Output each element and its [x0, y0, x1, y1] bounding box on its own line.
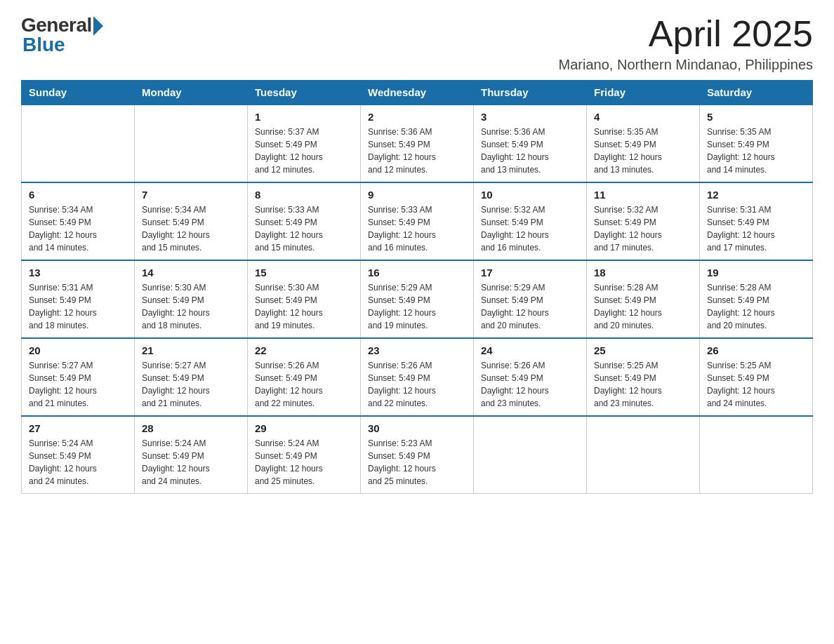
calendar-cell: 22Sunrise: 5:26 AM Sunset: 5:49 PM Dayli…: [248, 338, 361, 416]
day-info: Sunrise: 5:32 AM Sunset: 5:49 PM Dayligh…: [594, 203, 692, 254]
day-info: Sunrise: 5:30 AM Sunset: 5:49 PM Dayligh…: [255, 281, 353, 332]
col-header-friday: Friday: [587, 81, 700, 105]
day-info: Sunrise: 5:23 AM Sunset: 5:49 PM Dayligh…: [368, 437, 466, 488]
calendar-cell: 13Sunrise: 5:31 AM Sunset: 5:49 PM Dayli…: [22, 260, 135, 338]
calendar-cell: 10Sunrise: 5:32 AM Sunset: 5:49 PM Dayli…: [474, 182, 587, 260]
calendar-cell: 6Sunrise: 5:34 AM Sunset: 5:49 PM Daylig…: [22, 182, 135, 260]
day-number: 13: [29, 267, 127, 279]
day-number: 2: [368, 111, 466, 123]
calendar-cell: [587, 416, 700, 494]
calendar-cell: 21Sunrise: 5:27 AM Sunset: 5:49 PM Dayli…: [135, 338, 248, 416]
logo: General Blue: [21, 14, 103, 56]
day-number: 3: [481, 111, 579, 123]
day-number: 10: [481, 189, 579, 201]
logo-blue-text: Blue: [22, 34, 65, 56]
day-info: Sunrise: 5:26 AM Sunset: 5:49 PM Dayligh…: [368, 359, 466, 410]
calendar-cell: [700, 416, 813, 494]
calendar-cell: 29Sunrise: 5:24 AM Sunset: 5:49 PM Dayli…: [248, 416, 361, 494]
calendar-cell: 4Sunrise: 5:35 AM Sunset: 5:49 PM Daylig…: [587, 105, 700, 182]
day-number: 23: [368, 344, 466, 356]
day-number: 11: [594, 189, 692, 201]
calendar-cell: 20Sunrise: 5:27 AM Sunset: 5:49 PM Dayli…: [22, 338, 135, 416]
day-info: Sunrise: 5:36 AM Sunset: 5:49 PM Dayligh…: [481, 126, 579, 176]
day-number: 26: [707, 344, 805, 356]
day-number: 24: [481, 344, 579, 356]
day-number: 4: [594, 111, 692, 123]
title-block: April 2025 Mariano, Northern Mindanao, P…: [559, 14, 813, 73]
day-info: Sunrise: 5:32 AM Sunset: 5:49 PM Dayligh…: [481, 203, 579, 254]
day-number: 27: [29, 422, 127, 434]
calendar-cell: 7Sunrise: 5:34 AM Sunset: 5:49 PM Daylig…: [135, 182, 248, 260]
day-info: Sunrise: 5:24 AM Sunset: 5:49 PM Dayligh…: [255, 437, 353, 488]
location-subtitle: Mariano, Northern Mindanao, Philippines: [559, 57, 813, 73]
day-info: Sunrise: 5:34 AM Sunset: 5:49 PM Dayligh…: [29, 203, 127, 254]
calendar-cell: 14Sunrise: 5:30 AM Sunset: 5:49 PM Dayli…: [135, 260, 248, 338]
calendar-cell: 25Sunrise: 5:25 AM Sunset: 5:49 PM Dayli…: [587, 338, 700, 416]
day-info: Sunrise: 5:24 AM Sunset: 5:49 PM Dayligh…: [142, 437, 240, 488]
calendar-cell: 30Sunrise: 5:23 AM Sunset: 5:49 PM Dayli…: [361, 416, 474, 494]
day-number: 19: [707, 267, 805, 279]
calendar-cell: 17Sunrise: 5:29 AM Sunset: 5:49 PM Dayli…: [474, 260, 587, 338]
calendar-week-row: 20Sunrise: 5:27 AM Sunset: 5:49 PM Dayli…: [22, 338, 813, 416]
calendar-week-row: 1Sunrise: 5:37 AM Sunset: 5:49 PM Daylig…: [22, 105, 813, 182]
day-number: 1: [255, 111, 353, 123]
day-info: Sunrise: 5:31 AM Sunset: 5:49 PM Dayligh…: [29, 281, 127, 332]
day-info: Sunrise: 5:30 AM Sunset: 5:49 PM Dayligh…: [142, 281, 240, 332]
calendar-cell: 27Sunrise: 5:24 AM Sunset: 5:49 PM Dayli…: [22, 416, 135, 494]
day-info: Sunrise: 5:27 AM Sunset: 5:49 PM Dayligh…: [29, 359, 127, 410]
calendar-cell: 1Sunrise: 5:37 AM Sunset: 5:49 PM Daylig…: [248, 105, 361, 182]
calendar-cell: 26Sunrise: 5:25 AM Sunset: 5:49 PM Dayli…: [700, 338, 813, 416]
day-info: Sunrise: 5:36 AM Sunset: 5:49 PM Dayligh…: [368, 126, 466, 176]
day-info: Sunrise: 5:24 AM Sunset: 5:49 PM Dayligh…: [29, 437, 127, 488]
day-number: 12: [707, 189, 805, 201]
day-number: 14: [142, 267, 240, 279]
day-number: 20: [29, 344, 127, 356]
day-number: 6: [29, 189, 127, 201]
day-info: Sunrise: 5:34 AM Sunset: 5:49 PM Dayligh…: [142, 203, 240, 254]
calendar-cell: [474, 416, 587, 494]
day-number: 30: [368, 422, 466, 434]
day-number: 17: [481, 267, 579, 279]
calendar-week-row: 27Sunrise: 5:24 AM Sunset: 5:49 PM Dayli…: [22, 416, 813, 494]
calendar-cell: [135, 105, 248, 182]
calendar-cell: 2Sunrise: 5:36 AM Sunset: 5:49 PM Daylig…: [361, 105, 474, 182]
day-info: Sunrise: 5:37 AM Sunset: 5:49 PM Dayligh…: [255, 126, 353, 176]
day-number: 22: [255, 344, 353, 356]
day-number: 9: [368, 189, 466, 201]
day-info: Sunrise: 5:26 AM Sunset: 5:49 PM Dayligh…: [481, 359, 579, 410]
day-info: Sunrise: 5:28 AM Sunset: 5:49 PM Dayligh…: [594, 281, 692, 332]
calendar-cell: 3Sunrise: 5:36 AM Sunset: 5:49 PM Daylig…: [474, 105, 587, 182]
col-header-monday: Monday: [135, 81, 248, 105]
day-number: 8: [255, 189, 353, 201]
day-info: Sunrise: 5:29 AM Sunset: 5:49 PM Dayligh…: [368, 281, 466, 332]
calendar-table: SundayMondayTuesdayWednesdayThursdayFrid…: [21, 80, 813, 494]
calendar-cell: 5Sunrise: 5:35 AM Sunset: 5:49 PM Daylig…: [700, 105, 813, 182]
calendar-header-row: SundayMondayTuesdayWednesdayThursdayFrid…: [22, 81, 813, 105]
calendar-cell: [22, 105, 135, 182]
calendar-cell: 12Sunrise: 5:31 AM Sunset: 5:49 PM Dayli…: [700, 182, 813, 260]
page-header: General Blue April 2025 Mariano, Norther…: [21, 14, 813, 73]
calendar-week-row: 13Sunrise: 5:31 AM Sunset: 5:49 PM Dayli…: [22, 260, 813, 338]
calendar-cell: 23Sunrise: 5:26 AM Sunset: 5:49 PM Dayli…: [361, 338, 474, 416]
month-year-title: April 2025: [559, 14, 813, 54]
logo-arrow-icon: [93, 16, 103, 36]
day-info: Sunrise: 5:26 AM Sunset: 5:49 PM Dayligh…: [255, 359, 353, 410]
calendar-week-row: 6Sunrise: 5:34 AM Sunset: 5:49 PM Daylig…: [22, 182, 813, 260]
day-info: Sunrise: 5:33 AM Sunset: 5:49 PM Dayligh…: [255, 203, 353, 254]
day-info: Sunrise: 5:25 AM Sunset: 5:49 PM Dayligh…: [594, 359, 692, 410]
day-number: 15: [255, 267, 353, 279]
calendar-cell: 19Sunrise: 5:28 AM Sunset: 5:49 PM Dayli…: [700, 260, 813, 338]
col-header-saturday: Saturday: [700, 81, 813, 105]
calendar-cell: 9Sunrise: 5:33 AM Sunset: 5:49 PM Daylig…: [361, 182, 474, 260]
day-info: Sunrise: 5:25 AM Sunset: 5:49 PM Dayligh…: [707, 359, 805, 410]
day-number: 16: [368, 267, 466, 279]
day-number: 7: [142, 189, 240, 201]
calendar-cell: 8Sunrise: 5:33 AM Sunset: 5:49 PM Daylig…: [248, 182, 361, 260]
col-header-sunday: Sunday: [22, 81, 135, 105]
day-info: Sunrise: 5:33 AM Sunset: 5:49 PM Dayligh…: [368, 203, 466, 254]
day-info: Sunrise: 5:29 AM Sunset: 5:49 PM Dayligh…: [481, 281, 579, 332]
calendar-cell: 16Sunrise: 5:29 AM Sunset: 5:49 PM Dayli…: [361, 260, 474, 338]
day-number: 21: [142, 344, 240, 356]
day-number: 18: [594, 267, 692, 279]
calendar-cell: 18Sunrise: 5:28 AM Sunset: 5:49 PM Dayli…: [587, 260, 700, 338]
